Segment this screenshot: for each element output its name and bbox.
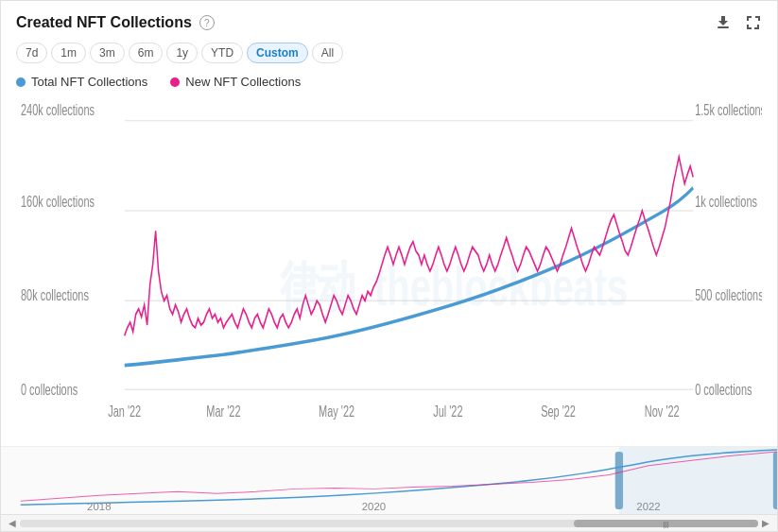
scroll-right-button[interactable]: ▶ — [758, 518, 773, 528]
svg-text:Sep '22: Sep '22 — [541, 403, 576, 420]
legend: Total NFT Collections New NFT Collection… — [1, 71, 777, 96]
svg-rect-23 — [615, 452, 623, 509]
svg-text:Nov '22: Nov '22 — [645, 403, 680, 420]
svg-text:0 collections: 0 collections — [695, 382, 752, 398]
svg-text:Jul '22: Jul '22 — [433, 403, 462, 420]
svg-text:May '22: May '22 — [319, 403, 354, 420]
total-dot — [16, 77, 26, 87]
svg-text:80k collections: 80k collections — [21, 287, 89, 303]
minimap-area: 2018 2020 2022 — [1, 446, 777, 514]
svg-text:500 collections: 500 collections — [695, 287, 762, 303]
svg-rect-24 — [773, 452, 777, 509]
filter-btn-all[interactable]: All — [312, 43, 343, 63]
total-label: Total NFT Collections — [31, 75, 147, 89]
scrollbar-thumb[interactable]: ||| — [574, 520, 758, 527]
svg-text:Jan '22: Jan '22 — [108, 403, 141, 420]
chart-area: 240k collections 160k collections 80k co… — [1, 96, 777, 446]
svg-text:2022: 2022 — [636, 501, 660, 512]
header: Created NFT Collections ? — [1, 1, 777, 37]
time-filters: 7d1m3m6m1yYTDCustomAll — [1, 37, 777, 71]
filter-btn-3m[interactable]: 3m — [90, 43, 125, 63]
main-container: Created NFT Collections ? 7d1m3m6m1yYTDC… — [0, 0, 778, 532]
expand-button[interactable] — [745, 14, 762, 31]
filter-btn-7d[interactable]: 7d — [16, 43, 47, 63]
filter-btn-1m[interactable]: 1m — [51, 43, 86, 63]
scrollbar-track[interactable]: ||| — [20, 520, 758, 527]
download-button[interactable] — [715, 14, 732, 31]
svg-text:1k collections: 1k collections — [695, 194, 757, 210]
legend-new: New NFT Collections — [170, 75, 301, 89]
page-title: Created NFT Collections — [16, 14, 192, 31]
minimap-chart: 2018 2020 2022 — [1, 447, 777, 514]
header-left: Created NFT Collections ? — [16, 14, 215, 31]
main-chart: 240k collections 160k collections 80k co… — [16, 96, 762, 446]
new-label: New NFT Collections — [185, 75, 301, 89]
svg-text:theblockbeats: theblockbeats — [374, 257, 628, 317]
svg-text:1.5k collections: 1.5k collections — [695, 102, 762, 118]
svg-text:240k collections: 240k collections — [21, 102, 95, 118]
svg-text:160k collections: 160k collections — [21, 194, 95, 210]
svg-text:Mar '22: Mar '22 — [206, 403, 240, 420]
legend-total: Total NFT Collections — [16, 75, 147, 89]
help-icon[interactable]: ? — [199, 15, 215, 30]
filter-btn-ytd[interactable]: YTD — [201, 43, 243, 63]
new-dot — [170, 77, 180, 87]
scrollbar-area: ◀ ||| ▶ — [1, 514, 777, 531]
header-right — [715, 14, 762, 31]
filter-btn-1y[interactable]: 1y — [166, 43, 198, 63]
svg-text:律动: 律动 — [279, 257, 354, 317]
svg-rect-0 — [717, 26, 729, 28]
svg-text:2020: 2020 — [362, 501, 386, 512]
scroll-left-button[interactable]: ◀ — [5, 518, 20, 528]
filter-btn-6m[interactable]: 6m — [129, 43, 164, 63]
svg-text:2018: 2018 — [87, 501, 111, 512]
svg-text:0 collections: 0 collections — [21, 382, 78, 398]
filter-btn-custom[interactable]: Custom — [247, 43, 308, 63]
